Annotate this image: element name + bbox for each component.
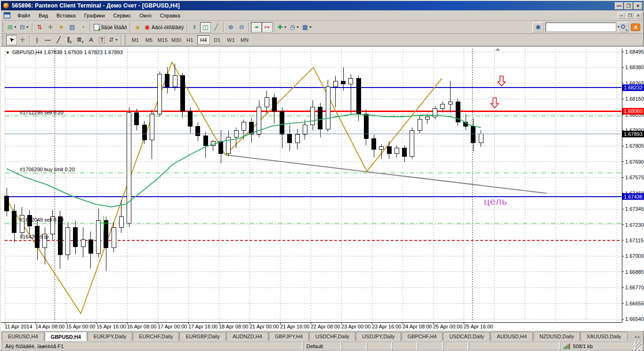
bar-chart-button[interactable]: ‖ [189, 22, 200, 32]
window-title: 565896: Panteon Client Terminal - Демо С… [12, 2, 614, 9]
label-tool-button[interactable]: T [97, 35, 107, 45]
menu-Файл[interactable]: Файл [13, 11, 34, 20]
chart-tab-AUDUSD,H4[interactable]: AUDUSD,H4 [491, 332, 533, 341]
settings-button[interactable]: ✱ [532, 22, 544, 32]
price-tick-label: 1.67690 [625, 159, 644, 165]
chart-tab-EURGBP,Daily[interactable]: EURGBP,Daily [179, 332, 226, 341]
scroll-right-icon[interactable]: ▸ [638, 334, 640, 339]
profiles-icon: ⊟ [20, 24, 25, 31]
profiles-button[interactable]: ⊟▼ [18, 22, 31, 32]
menu-Справка[interactable]: Справка [156, 11, 185, 20]
menu-Вид[interactable]: Вид [34, 11, 52, 20]
chart-tab-USDCHF,Daily[interactable]: USDCHF,Daily [309, 332, 355, 341]
order-label[interactable]: #1642049 sell 0.20 [20, 217, 64, 223]
line-chart-button[interactable]: ╱ [211, 22, 222, 32]
trendline-tool-button[interactable]: ╱ [53, 35, 64, 45]
indicators-icon: ✚ [278, 24, 283, 31]
timeframe-W1[interactable]: W1 [225, 35, 237, 45]
crosshair-tool-button[interactable]: ✛ [17, 35, 28, 45]
resize-grip[interactable] [636, 342, 642, 351]
timeframe-M15[interactable]: M15 [156, 35, 169, 45]
timeframe-M30[interactable]: M30 [170, 35, 183, 45]
child-restore-button[interactable]: ❐ [626, 12, 634, 19]
menu-Окно[interactable]: Окно [135, 11, 156, 20]
timeframe-M5[interactable]: M5 [143, 35, 155, 45]
timeframe-H4[interactable]: H4 [197, 35, 210, 45]
text-tool-button[interactable]: A [86, 35, 97, 45]
channel-tool-button[interactable]: ∥E [64, 35, 75, 45]
traffic-counter: 508/1 kb [573, 343, 593, 349]
price-tick-label: 1.66885 [625, 269, 644, 275]
child-minimize-button[interactable]: ─ [618, 12, 625, 19]
child-close-button[interactable]: × [635, 12, 642, 19]
market-watch-button[interactable]: ⇅ [34, 22, 45, 32]
candlestick-chart-button[interactable]: ◫ [200, 22, 211, 32]
toolbar-grip[interactable] [2, 23, 5, 32]
menu-Вставка[interactable]: Вставка [52, 11, 80, 20]
menu-Сервис[interactable]: Сервис [109, 11, 136, 20]
axis-price-tag-label: 1.68060 [624, 108, 643, 114]
target-text-object[interactable]: цель [484, 196, 507, 207]
collapse-arrow-icon[interactable]: ▼ [6, 50, 10, 55]
timeframe-MN[interactable]: MN [238, 35, 251, 45]
chart-tab-GBPCHF,H4[interactable]: GBPCHF,H4 [402, 332, 443, 341]
navigator-button[interactable]: ★ [56, 22, 67, 32]
fibonacci-tool-button[interactable]: ≣F [75, 35, 86, 45]
price-chart[interactable]: #1712295 sell 0.20#1706290 buy limit 0.2… [1, 47, 644, 331]
vertical-line-tool-button[interactable]: | [32, 35, 42, 45]
notifications-badge[interactable]: 4 [631, 24, 640, 31]
cursor-tool-button[interactable]: ➤ [6, 35, 17, 45]
status-profile[interactable]: Default [303, 342, 341, 351]
zoom-out-button[interactable]: ⊖ [236, 22, 247, 32]
chart-tab-USDCAD,Daily[interactable]: USDCAD,Daily [443, 332, 490, 341]
market-watch-icon: ⇅ [37, 24, 42, 31]
chart-tab-EURCHF,Daily[interactable]: EURCHF,Daily [133, 332, 179, 341]
strategy-tester-button[interactable]: ◔ [78, 22, 89, 32]
terminal-button[interactable]: ▤ [67, 22, 78, 32]
new-chart-button[interactable]: ⊞▼ [6, 22, 18, 32]
timeframe-H1[interactable]: H1 [184, 35, 196, 45]
chart-shift-button[interactable]: ↦ [262, 22, 273, 32]
timeframe-M1[interactable]: M1 [129, 35, 142, 45]
chart-window-icon [4, 12, 10, 18]
metaeditor-button[interactable]: ◈ [132, 22, 143, 32]
title-bar: 565896: Panteon Client Terminal - Демо С… [1, 1, 643, 10]
time-tick-label: 15 Apr 00:00 [66, 324, 95, 329]
templates-button[interactable]: ▦▼ [301, 22, 314, 32]
zoom-in-button[interactable]: ⊕ [225, 22, 236, 32]
price-tick-label: 1.68380 [625, 64, 644, 70]
order-label[interactable]: #1706290 buy limit 0.20 [20, 167, 75, 172]
time-tick-label: 16 Apr 08:00 [127, 324, 156, 329]
autotrading-button[interactable]: ◉ Àâòî-òîðãîâëÿ [143, 22, 185, 32]
chart-tab-EURUSD,H4[interactable]: EURUSD,H4 [2, 332, 44, 341]
chart-tab-EURJPY,Daily[interactable]: EURJPY,Daily [88, 332, 133, 341]
toolbar-grip[interactable] [125, 35, 127, 45]
periods-button[interactable]: ◷▼ [288, 22, 300, 32]
horizontal-line-tool-button[interactable]: — [42, 35, 53, 45]
search-input[interactable] [546, 24, 616, 31]
chart-tab-AUDNZD,H4[interactable]: AUDNZD,H4 [226, 332, 268, 341]
timeframe-D1[interactable]: D1 [211, 35, 224, 45]
chart-tab-GBPJPY,H4[interactable]: GBPJPY,H4 [269, 332, 309, 341]
chart-tab-USDJPY,Daily[interactable]: USDJPY,Daily [356, 332, 401, 341]
close-button[interactable]: × [634, 2, 642, 9]
maximize-button[interactable]: ❐ [624, 2, 633, 9]
arrows-tool-button[interactable]: ⇵▼ [107, 35, 120, 45]
trendline-icon: ╱ [57, 36, 61, 43]
chart-tab-GBPUSD,H4[interactable]: GBPUSD,H4 [45, 332, 87, 341]
auto-scroll-button[interactable]: ↠ [251, 22, 262, 32]
search-button[interactable] [618, 22, 629, 32]
minimize-button[interactable]: — [615, 2, 623, 9]
chart-tab-NZDUSD,Daily[interactable]: NZDUSD,Daily [533, 332, 580, 341]
data-window-button[interactable]: ✛ [45, 22, 56, 32]
chart-area[interactable]: #1712295 sell 0.20#1706290 buy limit 0.2… [1, 46, 643, 330]
chart-tab-XAUUSD,Daily[interactable]: XAUUSD,Daily [580, 332, 627, 341]
new-order-button[interactable]: Íîâûé Îðäåð [92, 22, 129, 32]
scroll-left-icon[interactable]: ◂ [634, 334, 636, 339]
order-label[interactable]: #1642049 tp [20, 234, 48, 239]
menu-Графики[interactable]: Графики [80, 11, 109, 20]
tab-scroll-arrows[interactable]: ◂ ▸ [631, 333, 643, 341]
order-label[interactable]: #1712295 sell 0.20 [20, 110, 64, 115]
toolbar-grip[interactable] [2, 35, 5, 45]
indicators-button[interactable]: ✚▼ [276, 22, 289, 32]
